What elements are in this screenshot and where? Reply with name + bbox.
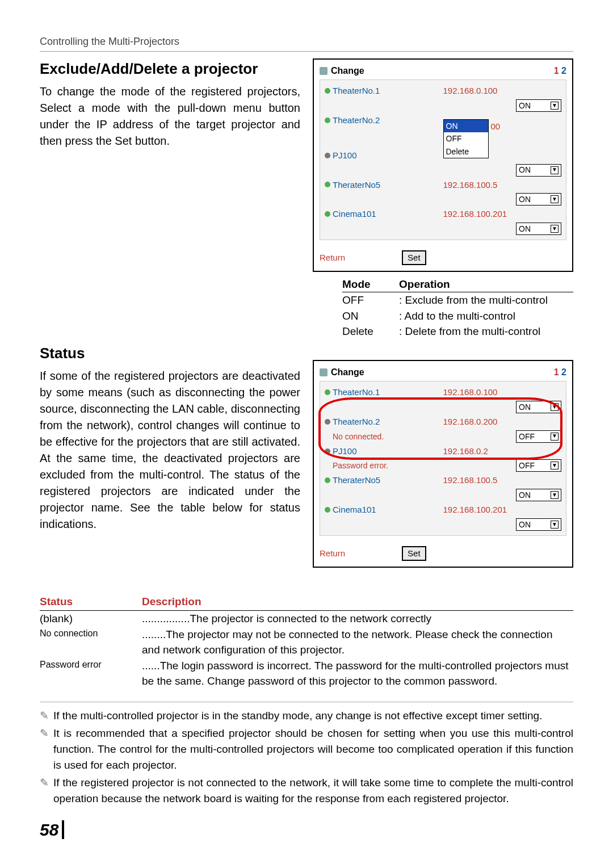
note-item: ✎If the registered projector is not conn… xyxy=(40,775,573,806)
window-icon xyxy=(320,67,328,75)
projector-ip: 192.168.0.100 xyxy=(443,85,562,97)
mode-select-open[interactable]: ON OFF Delete xyxy=(443,119,489,158)
mode-select[interactable]: ON▼ xyxy=(516,518,561,531)
projector-name: PJ100 xyxy=(325,445,443,458)
chevron-down-icon: ▼ xyxy=(551,225,559,233)
note-icon: ✎ xyxy=(40,775,50,806)
projector-ip: 192.168.0.2 xyxy=(443,445,562,458)
mode-select[interactable]: ON▼ xyxy=(516,99,561,112)
change-window-2: Change 1 2 TheaterNo.1192.168.0.100 ON▼ … xyxy=(313,360,573,568)
status-text: Password error. xyxy=(325,460,516,471)
breadcrumb: Controlling the Multi-Projectors xyxy=(40,34,573,52)
projector-name: TheaterNo.2 xyxy=(325,114,443,127)
ip-partial: 00 xyxy=(491,120,501,133)
window-title: Change xyxy=(331,366,364,379)
chevron-down-icon: ▼ xyxy=(551,433,559,441)
chevron-down-icon: ▼ xyxy=(551,195,559,203)
mode-select[interactable]: OFF▼ xyxy=(516,459,561,472)
chevron-down-icon: ▼ xyxy=(551,166,559,174)
projector-name: TheraterNo5 xyxy=(325,179,443,191)
note-icon: ✎ xyxy=(40,726,50,773)
return-link[interactable]: Return xyxy=(320,251,345,264)
change-window-1: Change 1 2 TheaterNo.1192.168.0.100 ON▼ … xyxy=(313,58,573,272)
chevron-down-icon: ▼ xyxy=(551,102,559,110)
chevron-down-icon: ▼ xyxy=(551,521,559,529)
projector-name: TheaterNo.1 xyxy=(325,85,443,97)
projector-name: TheaterNo.1 xyxy=(325,386,443,399)
section-exclude-title: Exclude/Add/Delete a projector xyxy=(40,58,300,80)
note-item: ✎If the multi-controlled projector is in… xyxy=(40,708,573,724)
chevron-down-icon: ▼ xyxy=(551,462,559,469)
page-indicator[interactable]: 1 2 xyxy=(554,366,566,379)
projector-ip: 192.168.100.5 xyxy=(443,474,562,487)
mode-operation-table: ModeOperation OFF: Exclude from the mult… xyxy=(342,276,573,339)
mode-select[interactable]: OFF▼ xyxy=(516,430,561,443)
status-text: No connected. xyxy=(325,431,516,442)
window-title: Change xyxy=(331,64,364,77)
section-status-title: Status xyxy=(40,343,300,364)
note-item: ✎It is recommended that a specified proj… xyxy=(40,726,573,773)
return-link[interactable]: Return xyxy=(320,547,345,560)
projector-ip: 192.168.100.201 xyxy=(443,208,562,220)
mode-select[interactable]: ON▼ xyxy=(516,401,561,413)
mode-select[interactable]: ON▼ xyxy=(516,164,561,177)
projector-name: PJ100 xyxy=(325,149,443,162)
set-button[interactable]: Set xyxy=(402,546,426,561)
projector-name: Cinema101 xyxy=(325,208,443,220)
section-status-body: If some of the registered projectors are… xyxy=(40,368,300,532)
projector-name: Cinema101 xyxy=(325,504,443,516)
chevron-down-icon: ▼ xyxy=(551,403,559,411)
page-indicator[interactable]: 1 2 xyxy=(554,64,566,77)
projector-ip: 192.168.0.100 xyxy=(443,386,562,399)
projector-ip: 192.168.100.5 xyxy=(443,179,562,191)
mode-select[interactable]: ON▼ xyxy=(516,223,561,235)
projector-ip: 192.168.100.201 xyxy=(443,504,562,516)
divider xyxy=(40,702,573,702)
note-icon: ✎ xyxy=(40,708,50,724)
projector-name: TheraterNo5 xyxy=(325,474,443,487)
mode-select[interactable]: ON▼ xyxy=(516,489,561,501)
projector-ip: 192.168.0.200 xyxy=(443,416,562,428)
chevron-down-icon: ▼ xyxy=(551,491,559,499)
section-exclude-body: To change the mode of the registered pro… xyxy=(40,83,300,149)
mode-select[interactable]: ON▼ xyxy=(516,193,561,206)
window-icon xyxy=(320,368,328,376)
page-number: 58 xyxy=(40,817,573,842)
set-button[interactable]: Set xyxy=(402,250,426,265)
projector-name: TheaterNo.2 xyxy=(325,416,443,428)
status-description-table: StatusDescription (blank)...............… xyxy=(40,594,573,689)
